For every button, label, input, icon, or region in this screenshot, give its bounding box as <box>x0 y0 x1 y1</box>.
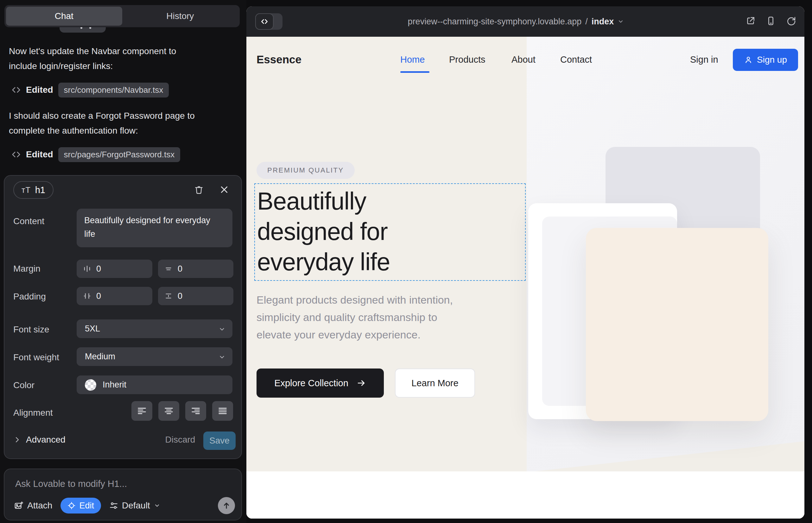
learn-more-button[interactable]: Learn More <box>395 368 475 398</box>
site-viewport: Essence Home Products About Contact Sign… <box>246 37 805 519</box>
sliders-icon <box>109 501 118 510</box>
mode-selector[interactable]: Default <box>109 501 160 511</box>
code-preview-toggle[interactable] <box>255 13 282 30</box>
tab-history-label: History <box>166 11 194 21</box>
discard-button[interactable]: Discard <box>163 435 198 445</box>
scrolled-file-pill <box>59 27 106 33</box>
attach-button[interactable]: Attach <box>14 501 52 511</box>
content-label: Content <box>13 216 44 227</box>
tab-chat[interactable]: Chat <box>6 7 122 26</box>
open-external-button[interactable] <box>745 16 756 26</box>
mobile-view-button[interactable] <box>766 16 776 26</box>
chat-history-tabbar: Chat History <box>4 5 240 27</box>
send-button[interactable] <box>218 497 235 514</box>
sign-in-link[interactable]: Sign in <box>690 54 718 65</box>
nav-link-contact[interactable]: Contact <box>560 54 592 65</box>
arrow-right-icon <box>357 378 366 388</box>
delete-element-button[interactable] <box>192 183 206 197</box>
user-icon <box>744 55 753 64</box>
color-swatch <box>85 379 96 391</box>
margin-horizontal-icon <box>83 265 91 273</box>
preview-url[interactable]: preview--charming-site-symphony.lovable.… <box>310 6 722 37</box>
alignment-label: Alignment <box>13 408 53 418</box>
tab-chat-label: Chat <box>55 11 73 21</box>
hero-heading[interactable]: Beautifully designed for everyday life <box>257 186 466 277</box>
padding-x-input[interactable]: 0 <box>77 287 152 305</box>
padding-x-value: 0 <box>96 291 101 301</box>
font-weight-select[interactable]: Medium <box>77 347 232 366</box>
typography-icon: тT <box>21 185 31 195</box>
dot <box>81 27 82 29</box>
sign-up-label: Sign up <box>757 55 787 65</box>
edit-mode-button[interactable]: Edit <box>60 498 101 513</box>
nav-link-products[interactable]: Products <box>449 54 485 65</box>
font-size-value: 5XL <box>85 324 100 334</box>
align-justify-button[interactable] <box>212 401 233 421</box>
composer-toolbar: Attach Edit Default <box>14 497 235 514</box>
color-label: Color <box>13 380 35 390</box>
chat-composer[interactable]: Ask Lovable to modify H1... Attach Edit … <box>4 469 242 521</box>
padding-vertical-icon <box>164 292 173 300</box>
margin-label: Margin <box>13 264 40 274</box>
sign-up-button[interactable]: Sign up <box>733 49 798 71</box>
hero-description: Elegant products designed with intention… <box>257 291 500 343</box>
refresh-icon <box>786 16 796 26</box>
margin-x-input[interactable]: 0 <box>77 259 152 278</box>
close-icon <box>219 185 229 194</box>
nav-active-underline <box>400 71 429 73</box>
chevron-right-icon <box>13 436 21 444</box>
margin-y-input[interactable]: 0 <box>158 259 233 278</box>
code-icon[interactable] <box>255 13 273 30</box>
nav-link-about[interactable]: About <box>511 54 535 65</box>
decor-card-cream <box>586 228 768 421</box>
preview-toolbar: preview--charming-site-symphony.lovable.… <box>246 6 805 37</box>
align-left-icon <box>137 405 147 416</box>
padding-horizontal-icon <box>83 292 91 300</box>
align-right-icon <box>190 405 201 416</box>
chevron-down-icon <box>218 354 226 361</box>
align-right-button[interactable] <box>185 401 206 421</box>
target-icon <box>68 502 76 510</box>
margin-vertical-icon <box>164 265 173 273</box>
align-center-icon <box>163 405 174 416</box>
edited-label: Edited <box>26 85 53 95</box>
composer-input[interactable]: Ask Lovable to modify H1... <box>15 479 127 489</box>
align-center-button[interactable] <box>158 401 179 421</box>
margin-y-value: 0 <box>178 264 182 274</box>
trash-icon <box>194 184 204 195</box>
edited-label: Edited <box>26 149 53 160</box>
nav-link-home[interactable]: Home <box>400 54 425 65</box>
chevron-down-icon <box>154 502 160 509</box>
hero-badge: PREMIUM QUALITY <box>257 162 355 179</box>
file-pill[interactable]: src/components/Navbar.tsx <box>58 83 169 97</box>
selected-h1-outline[interactable]: Beautifully designed for everyday life <box>254 183 526 281</box>
code-icon <box>12 85 21 95</box>
margin-x-value: 0 <box>96 264 101 274</box>
font-weight-value: Medium <box>85 352 115 362</box>
close-editor-button[interactable] <box>217 183 231 197</box>
padding-y-input[interactable]: 0 <box>158 287 233 305</box>
font-size-select[interactable]: 5XL <box>77 320 232 338</box>
color-select[interactable]: Inherit <box>77 376 232 394</box>
assistant-message: I should also create a Forgot Password p… <box>9 108 221 138</box>
selected-element-badge: тT h1 <box>13 181 54 199</box>
refresh-button[interactable] <box>786 16 796 26</box>
edited-file-row[interactable]: Edited src/pages/ForgotPassword.tsx <box>12 146 180 163</box>
advanced-label: Advanced <box>26 435 66 445</box>
padding-label: Padding <box>13 292 46 302</box>
content-textarea[interactable]: Beautifully designed for everyday life <box>77 209 232 247</box>
file-pill[interactable]: src/pages/ForgotPassword.tsx <box>58 147 180 162</box>
advanced-toggle[interactable]: Advanced <box>13 435 66 445</box>
attach-image-icon <box>14 501 23 510</box>
element-editor-panel: тT h1 Content Beautifully designed for e… <box>4 175 242 459</box>
site-logo[interactable]: Essence <box>257 53 301 66</box>
font-weight-label: Font weight <box>13 353 59 362</box>
align-left-button[interactable] <box>131 401 152 421</box>
save-button[interactable]: Save <box>203 432 236 450</box>
edited-file-row[interactable]: Edited src/components/Navbar.tsx <box>12 82 169 98</box>
url-domain: preview--charming-site-symphony.lovable.… <box>408 17 582 26</box>
tab-history[interactable]: History <box>122 7 239 26</box>
align-justify-icon <box>217 405 228 416</box>
explore-collection-button[interactable]: Explore Collection <box>257 368 384 398</box>
chevron-down-icon <box>618 18 624 25</box>
